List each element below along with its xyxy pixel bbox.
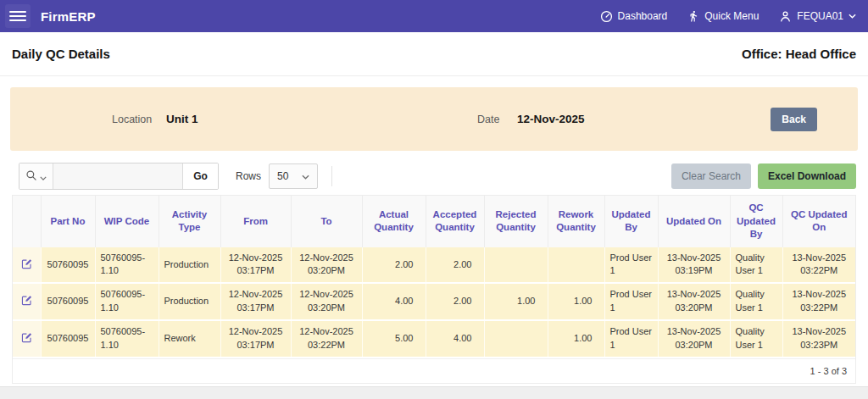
office-label: Office: Head Office xyxy=(742,47,856,61)
edit-row-button[interactable] xyxy=(19,330,35,346)
cell-rework-quantity xyxy=(548,247,604,284)
cell-updated-on: 13-Nov-2025 03:20PM xyxy=(658,320,730,357)
qc-grid-region: Part NoWIP CodeActivity TypeFromToActual… xyxy=(12,195,856,384)
gauge-icon xyxy=(600,10,613,23)
cell-updated-by: Prod User 1 xyxy=(604,283,658,320)
header-qc-updated-by: QC Updated By xyxy=(730,196,782,247)
header-activity-type: Activity Type xyxy=(159,196,220,247)
filter-panel: Location Unit 1 Date 12-Nov-2025 Back xyxy=(10,87,858,151)
cell-qc-updated-on: 13-Nov-2025 03:23PM xyxy=(782,320,855,357)
cell-part-no: 50760095 xyxy=(41,320,95,357)
edit-cell xyxy=(13,247,41,284)
search-bar: Go xyxy=(19,163,219,190)
rows-select[interactable]: 50 xyxy=(269,163,318,189)
header-updated-by: Updated By xyxy=(604,196,658,247)
cell-qc-updated-on: 13-Nov-2025 03:22PM xyxy=(782,247,855,284)
nav-item-quick-menu[interactable]: Quick Menu xyxy=(687,10,759,22)
toolbar-divider xyxy=(331,166,332,186)
cell-qc-updated-by: Quality User 1 xyxy=(730,283,782,320)
cell-updated-by: Prod User 1 xyxy=(604,247,658,284)
cell-from: 12-Nov-2025 03:17PM xyxy=(220,320,291,357)
cell-updated-on: 13-Nov-2025 03:20PM xyxy=(658,283,730,320)
cell-part-no: 50760095 xyxy=(41,283,95,320)
location-label: Location xyxy=(112,114,152,125)
nav-item-user-menu[interactable]: FEQUA01 xyxy=(779,10,856,23)
table-header-row: Part NoWIP CodeActivity TypeFromToActual… xyxy=(13,196,855,247)
chevron-down-icon xyxy=(40,170,47,183)
chevron-down-icon xyxy=(849,14,856,19)
rows-selector: Rows 50 xyxy=(236,163,318,189)
edit-pencil-icon xyxy=(20,258,33,270)
edit-pencil-icon xyxy=(20,331,33,344)
header-rework-quantity: Rework Quantity xyxy=(548,196,604,247)
header-part-no: Part No xyxy=(41,196,95,247)
cell-updated-on: 13-Nov-2025 03:19PM xyxy=(658,247,730,284)
rows-label: Rows xyxy=(236,170,261,182)
edit-row-button[interactable] xyxy=(19,256,35,272)
edit-cell xyxy=(13,320,41,357)
rows-select-value: 50 xyxy=(277,170,288,182)
cell-wip-code: 50760095-1.10 xyxy=(95,283,159,320)
table-row: 5076009550760095-1.10Production12-Nov-20… xyxy=(13,247,855,284)
search-input[interactable] xyxy=(53,163,182,189)
cell-wip-code: 50760095-1.10 xyxy=(95,247,159,284)
excel-download-button[interactable]: Excel Download xyxy=(758,163,856,189)
nav-item-dashboard[interactable]: Dashboard xyxy=(600,10,668,23)
cell-updated-by: Prod User 1 xyxy=(604,320,658,357)
header-updated-on: Updated On xyxy=(658,196,730,247)
cell-qc-updated-by: Quality User 1 xyxy=(730,320,782,357)
header-actual-quantity: Actual Quantity xyxy=(362,196,426,247)
top-navbar: FirmERP Dashboard Quick Menu xyxy=(0,0,868,32)
report-toolbar: Go Rows 50 Clear Search Excel Download xyxy=(12,163,856,190)
cell-rejected-quantity xyxy=(484,320,548,357)
chevron-down-icon xyxy=(302,170,309,182)
edit-row-button[interactable] xyxy=(19,292,35,308)
table-row: 5076009550760095-1.10Rework12-Nov-2025 0… xyxy=(13,320,855,357)
location-value: Unit 1 xyxy=(166,113,198,125)
cell-rejected-quantity: 1.00 xyxy=(484,283,548,320)
cell-from: 12-Nov-2025 03:17PM xyxy=(220,283,291,320)
date-value: 12-Nov-2025 xyxy=(517,113,585,125)
cell-activity-type: Rework xyxy=(159,320,220,357)
cell-to: 12-Nov-2025 03:20PM xyxy=(291,283,362,320)
qc-table: Part NoWIP CodeActivity TypeFromToActual… xyxy=(13,196,855,358)
navbar-right: Dashboard Quick Menu FEQUA01 xyxy=(600,10,856,23)
header-wip-code: WIP Code xyxy=(95,196,159,247)
hamburger-icon[interactable] xyxy=(5,4,31,28)
runner-icon xyxy=(687,10,699,22)
cell-rework-quantity: 1.00 xyxy=(548,283,604,320)
cell-accepted-quantity: 2.00 xyxy=(426,283,484,320)
header-from: From xyxy=(220,196,291,247)
cell-accepted-quantity: 4.00 xyxy=(426,320,484,357)
page-title-bar: Daily QC Details Office: Head Office xyxy=(0,32,868,76)
back-button[interactable]: Back xyxy=(771,108,817,131)
person-icon xyxy=(779,10,792,23)
nav-item-label: Quick Menu xyxy=(704,10,759,22)
cell-actual-quantity: 4.00 xyxy=(362,283,426,320)
cell-qc-updated-on: 13-Nov-2025 03:22PM xyxy=(782,283,855,320)
table-row: 5076009550760095-1.10Production12-Nov-20… xyxy=(13,283,855,320)
page-title: Daily QC Details xyxy=(12,47,110,61)
cell-rework-quantity: 1.00 xyxy=(548,320,604,357)
cell-wip-code: 50760095-1.10 xyxy=(95,320,159,357)
magnifier-icon xyxy=(25,169,37,184)
cell-accepted-quantity: 2.00 xyxy=(426,247,484,284)
clear-search-button[interactable]: Clear Search xyxy=(671,163,751,189)
cell-actual-quantity: 5.00 xyxy=(362,320,426,357)
cell-rejected-quantity xyxy=(484,247,548,284)
nav-item-label: Dashboard xyxy=(618,10,668,22)
cell-to: 12-Nov-2025 03:22PM xyxy=(291,320,362,357)
cell-actual-quantity: 2.00 xyxy=(362,247,426,284)
go-button[interactable]: Go xyxy=(182,163,218,189)
edit-pencil-icon xyxy=(20,294,33,307)
date-label: Date xyxy=(477,114,499,125)
header-rejected-quantity: Rejected Quantity xyxy=(484,196,548,247)
edit-cell xyxy=(13,283,41,320)
cell-from: 12-Nov-2025 03:17PM xyxy=(220,247,291,284)
header-edit-column xyxy=(13,196,41,247)
header-qc-updated-on: QC Updated On xyxy=(782,196,855,247)
header-to: To xyxy=(291,196,362,247)
nav-item-label: FEQUA01 xyxy=(797,10,843,22)
search-options-button[interactable] xyxy=(19,163,53,189)
header-accepted-quantity: Accepted Quantity xyxy=(426,196,484,247)
